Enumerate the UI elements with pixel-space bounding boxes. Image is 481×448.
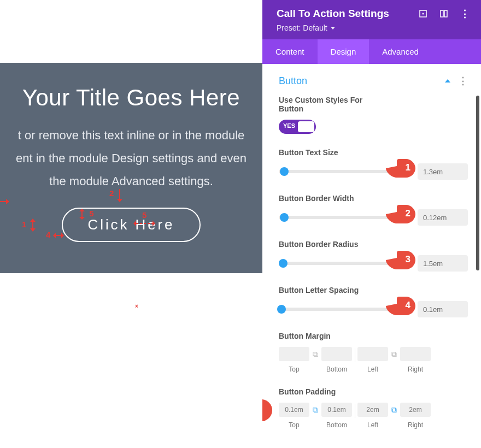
scrollbar[interactable]	[476, 96, 479, 270]
settings-panel: Call To Action Settings ⋮ Preset: Defaul…	[262, 0, 481, 448]
tab-content[interactable]: Content	[262, 39, 318, 64]
margin-left-input[interactable]	[357, 347, 388, 361]
callout-4: 4	[386, 297, 415, 315]
svg-marker-12	[152, 221, 155, 226]
svg-marker-10	[133, 221, 136, 226]
preset-dropdown[interactable]: Preset: Default	[277, 23, 335, 32]
letter-spacing-slider[interactable]	[279, 308, 412, 311]
preview-hero: Your Title Goes Here t or remove this te…	[0, 63, 262, 273]
kebab-icon[interactable]: ⋮	[460, 9, 469, 18]
annotation-3: 3	[0, 198, 9, 207]
columns-icon[interactable]	[439, 9, 448, 18]
svg-rect-19	[444, 10, 447, 17]
callout-2: 2	[386, 205, 415, 223]
padding-label: Button Padding	[279, 387, 468, 396]
annotation-1: 1	[22, 219, 37, 232]
preview-pane: Your Title Goes Here t or remove this te…	[0, 0, 262, 448]
tabs: Content Design Advanced	[262, 39, 481, 64]
border-width-slider[interactable]	[279, 216, 412, 219]
border-radius-slider[interactable]	[279, 262, 412, 265]
padding-right-input[interactable]	[400, 403, 431, 417]
chevron-up-icon[interactable]	[445, 79, 450, 82]
expand-icon[interactable]	[419, 9, 427, 18]
panel-body: Button ⋮ Use Custom Styles For Button YE…	[262, 64, 481, 448]
margin-bottom-input[interactable]	[321, 347, 352, 361]
section-button-title[interactable]: Button	[279, 75, 307, 87]
svg-marker-7	[79, 209, 85, 211]
text-size-label: Button Text Size	[279, 148, 468, 157]
panel-header: Call To Action Settings ⋮ Preset: Defaul…	[262, 0, 481, 39]
annotation-2: 2	[109, 189, 123, 202]
padding-left-input[interactable]	[357, 403, 388, 417]
border-radius-input[interactable]	[418, 255, 468, 272]
margin-right-input[interactable]	[400, 347, 431, 361]
preview-body: t or remove this text inline or in the m…	[0, 124, 262, 192]
svg-point-17	[423, 13, 424, 15]
svg-marker-4	[30, 219, 36, 222]
link-icon[interactable]: ⧉	[390, 350, 398, 359]
callout-1: 1	[386, 159, 415, 178]
svg-marker-15	[61, 233, 64, 238]
svg-marker-3	[117, 199, 122, 202]
margin-label: Button Margin	[279, 332, 468, 340]
svg-marker-13	[53, 233, 56, 238]
tab-design[interactable]: Design	[318, 39, 369, 64]
preview-title: Your Title Goes Here	[0, 85, 262, 111]
border-radius-label: Button Border Radius	[279, 240, 468, 249]
text-size-slider[interactable]	[279, 170, 412, 173]
callout-3: 3	[386, 251, 415, 269]
annotation-5b: 5	[133, 219, 155, 227]
callout-5: 5	[262, 399, 272, 421]
panel-title: Call To Action Settings	[277, 8, 389, 20]
svg-marker-9	[79, 217, 85, 220]
tab-advanced[interactable]: Advanced	[369, 39, 432, 64]
padding-bottom-input[interactable]	[321, 403, 352, 417]
svg-marker-1	[6, 199, 9, 204]
svg-marker-6	[30, 228, 36, 232]
anchor-mark: ×	[135, 303, 138, 309]
text-size-input[interactable]	[418, 163, 468, 180]
annotation-4: 4	[46, 231, 64, 239]
margin-top-input[interactable]	[279, 347, 309, 361]
link-icon[interactable]: ⧉	[312, 350, 319, 359]
padding-top-input[interactable]	[279, 403, 309, 417]
custom-styles-label: Use Custom Styles For Button	[279, 96, 377, 113]
link-icon-active[interactable]: ⧉	[390, 405, 398, 415]
border-width-label: Button Border Width	[279, 194, 468, 203]
caret-down-icon	[331, 27, 335, 30]
letter-spacing-input[interactable]	[418, 301, 468, 317]
custom-styles-toggle[interactable]: YES	[279, 120, 316, 134]
border-width-input[interactable]	[418, 209, 468, 226]
section-kebab-icon[interactable]: ⋮	[458, 75, 468, 87]
letter-spacing-label: Button Letter Spacing	[279, 286, 468, 294]
svg-rect-18	[441, 10, 443, 17]
annotation-5a: 5	[78, 209, 94, 220]
link-icon-active[interactable]: ⧉	[312, 405, 319, 415]
